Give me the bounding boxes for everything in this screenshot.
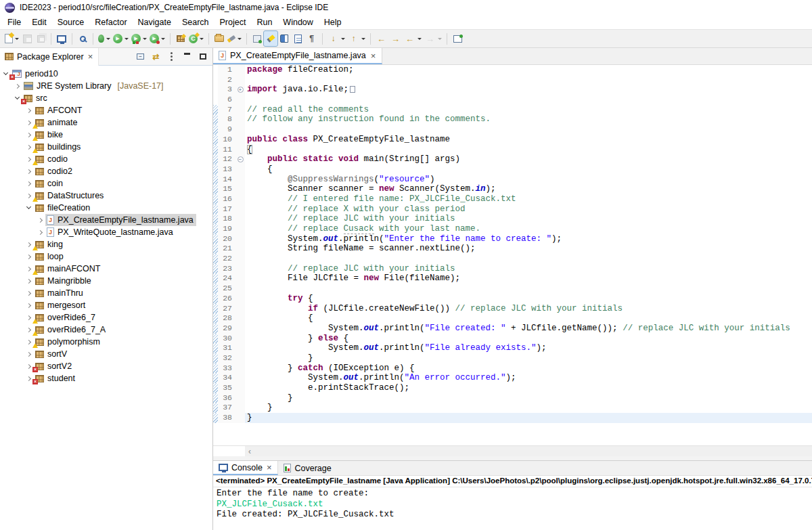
- close-icon[interactable]: ×: [87, 51, 94, 62]
- dropdown-caret-icon[interactable]: [15, 38, 19, 40]
- tab-console[interactable]: Console ×: [213, 461, 278, 475]
- tree-item-px-writequote-lastname-java[interactable]: JPX_WriteQuote_lastname.java: [0, 226, 212, 238]
- link-with-editor-button[interactable]: ⇄: [149, 50, 163, 64]
- dropdown-caret-icon[interactable]: [106, 38, 110, 40]
- tree-item-student[interactable]: ×student: [0, 372, 212, 384]
- last-edit-location-button[interactable]: ←: [374, 31, 388, 46]
- tree-item-sortv[interactable]: sortV: [0, 348, 212, 360]
- menu-project[interactable]: Project: [215, 16, 252, 28]
- dropdown-caret-icon[interactable]: [143, 38, 147, 40]
- maximize-button[interactable]: [196, 50, 210, 64]
- tree-item-bike[interactable]: bike: [0, 129, 212, 141]
- chevron-right-icon[interactable]: [26, 169, 31, 173]
- tree-item-coin[interactable]: coin: [0, 177, 212, 190]
- minimize-button[interactable]: [180, 50, 194, 64]
- chevron-right-icon[interactable]: [26, 193, 31, 198]
- show-whitespace-button[interactable]: ¶: [304, 31, 319, 46]
- search-button[interactable]: [226, 31, 243, 46]
- dropdown-caret-icon[interactable]: [361, 38, 365, 40]
- chevron-right-icon[interactable]: [26, 254, 31, 259]
- close-icon[interactable]: ×: [370, 51, 377, 61]
- chevron-right-icon[interactable]: [26, 290, 31, 295]
- show-annotations-button[interactable]: [277, 31, 291, 46]
- chevron-right-icon[interactable]: [26, 376, 31, 380]
- scroll-left-icon[interactable]: ‹: [245, 447, 254, 456]
- chevron-down-icon[interactable]: [3, 70, 8, 75]
- tree-item-afcont[interactable]: AFCONT: [0, 104, 212, 116]
- code-editor[interactable]: 1package fileCreation;23+import java.io.…: [213, 65, 812, 445]
- run-button[interactable]: ▶: [112, 31, 130, 46]
- view-menu-button[interactable]: [164, 50, 179, 64]
- tree-item-loop[interactable]: loop: [0, 250, 212, 263]
- fold-collapse-icon[interactable]: −: [238, 156, 244, 162]
- tree-item-period10[interactable]: J×period10: [0, 68, 212, 80]
- tree-item-mainafcont[interactable]: mainAFCONT: [0, 263, 212, 275]
- menu-refactor[interactable]: Refactor: [89, 16, 132, 28]
- tree-item-maingribble[interactable]: Maingribble: [0, 275, 212, 287]
- console-output[interactable]: Enter the file name to create: PX_JLCFil…: [213, 487, 812, 530]
- forward-button[interactable]: →: [423, 31, 443, 46]
- chevron-right-icon[interactable]: [26, 108, 31, 112]
- editor-horizontal-scrollbar[interactable]: ‹: [213, 445, 812, 456]
- menu-navigate[interactable]: Navigate: [133, 16, 177, 28]
- tree-item-override6-7-a[interactable]: overRide6_7_A: [0, 324, 212, 336]
- tree-item-mergesort[interactable]: mergesort: [0, 299, 212, 311]
- chevron-right-icon[interactable]: [26, 339, 31, 344]
- tree-item-src[interactable]: ×src: [0, 92, 212, 104]
- open-type-button[interactable]: [76, 31, 89, 46]
- next-edit-location-button[interactable]: →: [388, 31, 403, 46]
- debug-button[interactable]: [97, 31, 112, 46]
- chevron-right-icon[interactable]: [26, 315, 31, 319]
- next-annotation-button[interactable]: ↓: [326, 31, 346, 46]
- new-wizard-button[interactable]: [3, 31, 20, 46]
- chevron-right-icon[interactable]: [26, 266, 31, 271]
- chevron-right-icon[interactable]: [26, 132, 31, 137]
- menu-help[interactable]: Help: [319, 16, 347, 28]
- dropdown-caret-icon[interactable]: [200, 38, 204, 40]
- toggle-mark-occurrences-button[interactable]: [264, 31, 277, 46]
- profile-button[interactable]: ▶: [148, 31, 166, 46]
- chevron-right-icon[interactable]: [26, 156, 31, 161]
- tree-item-sortv2[interactable]: ×sortV2: [0, 360, 212, 372]
- menu-edit[interactable]: Edit: [26, 16, 52, 28]
- chevron-right-icon[interactable]: [38, 229, 43, 234]
- run-coverage-button[interactable]: ▶: [130, 31, 148, 46]
- close-icon[interactable]: ×: [266, 462, 273, 472]
- tree-item-buildings[interactable]: buildings: [0, 141, 212, 153]
- chevron-right-icon[interactable]: [26, 120, 31, 125]
- toggle-breadcrumb-button[interactable]: [250, 31, 264, 46]
- tree-item-mainthru[interactable]: mainThru: [0, 287, 212, 299]
- tab-package-explorer[interactable]: Package Explorer ×: [0, 48, 99, 66]
- tree-item-jre-system-library[interactable]: JRE System Library[JavaSE-17]: [0, 80, 212, 92]
- save-button[interactable]: [20, 31, 34, 46]
- tab-px-createemptyfile[interactable]: J PX_CreateEmptyFile_lastname.java ×: [213, 48, 382, 64]
- tree-item-codio[interactable]: codio: [0, 153, 212, 165]
- chevron-down-icon[interactable]: [15, 95, 20, 100]
- dropdown-caret-icon[interactable]: [238, 38, 242, 40]
- open-resource-button[interactable]: [212, 31, 226, 46]
- show-selected-element-button[interactable]: [291, 31, 304, 46]
- chevron-down-icon[interactable]: [26, 204, 31, 209]
- menu-run[interactable]: Run: [251, 16, 277, 28]
- tree-item-filecreation[interactable]: fileCreation: [0, 202, 212, 214]
- chevron-right-icon[interactable]: [38, 217, 43, 222]
- menu-window[interactable]: Window: [277, 16, 318, 28]
- chevron-right-icon[interactable]: [15, 83, 20, 88]
- chevron-right-icon[interactable]: [26, 144, 31, 149]
- menu-file[interactable]: File: [2, 16, 26, 28]
- chevron-right-icon[interactable]: [26, 181, 31, 185]
- tree-item-datastructures[interactable]: DataStructures: [0, 190, 212, 202]
- collapse-all-button[interactable]: −: [133, 50, 148, 64]
- tree-item-animate[interactable]: animate: [0, 116, 212, 129]
- chevron-right-icon[interactable]: [26, 363, 31, 368]
- chevron-right-icon[interactable]: [26, 242, 31, 246]
- chevron-right-icon[interactable]: [26, 327, 31, 332]
- tree-item-polymorphism[interactable]: polymorphism: [0, 336, 212, 348]
- dropdown-caret-icon[interactable]: [161, 38, 165, 40]
- chevron-right-icon[interactable]: [26, 278, 31, 283]
- dropdown-caret-icon[interactable]: [418, 38, 422, 40]
- previous-annotation-button[interactable]: ↑: [346, 31, 367, 46]
- dropdown-caret-icon[interactable]: [125, 38, 129, 40]
- tree-item-px-createemptyfile-lastname-java[interactable]: JPX_CreateEmptyFile_lastname.java: [0, 214, 212, 226]
- menu-search[interactable]: Search: [177, 16, 215, 28]
